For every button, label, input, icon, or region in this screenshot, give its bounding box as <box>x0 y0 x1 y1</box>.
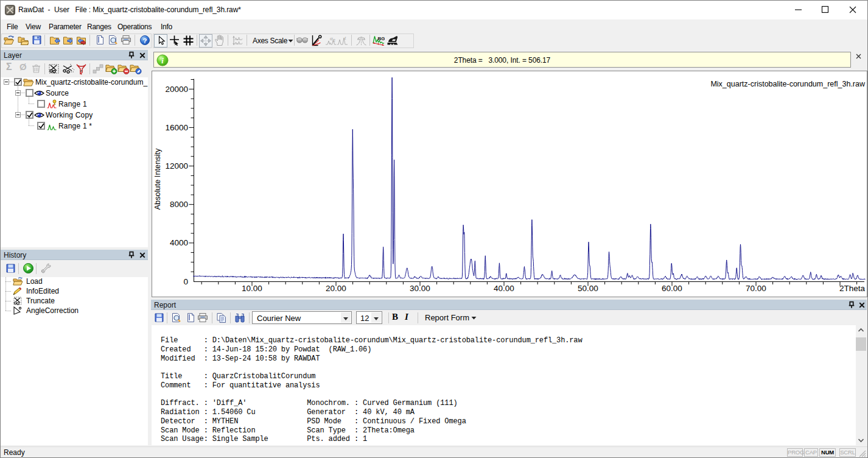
svg-text:BG: BG <box>378 36 385 41</box>
svg-text:2: 2 <box>333 38 335 43</box>
svg-text:t: t <box>345 35 346 41</box>
svg-text:?: ? <box>142 37 147 44</box>
